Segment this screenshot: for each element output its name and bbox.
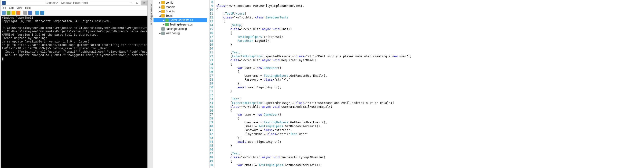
solution-explorer: ▶config ▶Models ▶Scripts ◢Tests ▶SaveUse…	[154, 0, 207, 168]
minimize-button[interactable]: —	[127, 0, 134, 5]
tree-label: config	[166, 1, 174, 4]
tree-folder-scripts[interactable]: ▶Scripts	[154, 9, 207, 14]
folder-icon	[161, 1, 165, 4]
menu-file[interactable]: File	[2, 6, 6, 9]
csharp-file-icon	[165, 18, 168, 22]
terminal-output[interactable]: Windows PowerShell Copyright (C) 2013 Mi…	[1, 16, 148, 168]
about-icon[interactable]	[40, 11, 44, 15]
app-icon	[2, 1, 6, 5]
tree-file-web-config[interactable]: ▶web.config	[154, 31, 207, 35]
menu-edit[interactable]: Edit	[9, 6, 14, 9]
tree-label: Tests	[166, 14, 172, 17]
line-number-gutter: 8910111213141516171819202122232425262728…	[210, 0, 215, 168]
window-title: Console2 - Windows PowerShell	[6, 1, 127, 5]
tree-label: Scripts	[166, 10, 175, 13]
copy-icon[interactable]	[6, 11, 10, 15]
tree-folder-models[interactable]: ▶Models	[154, 5, 207, 9]
close-button[interactable]: ✕	[140, 0, 148, 5]
menubar: File Edit View Help	[1, 5, 148, 10]
tree-label: web.config	[166, 32, 180, 35]
settings-icon[interactable]	[24, 11, 27, 15]
help-icon[interactable]	[35, 11, 39, 15]
new-tab-icon[interactable]	[2, 11, 6, 15]
fullscreen-icon[interactable]	[28, 11, 32, 15]
tree-file-saveusertests[interactable]: ▶SaveUserTests.cs	[154, 18, 207, 22]
menu-view[interactable]: View	[16, 6, 22, 9]
folder-icon	[161, 5, 165, 9]
console-toolbar	[1, 10, 148, 16]
tree-file-packages-config[interactable]: packages.config	[154, 27, 207, 31]
tree-label: Models	[166, 5, 175, 9]
titlebar[interactable]: Console2 - Windows PowerShell — ☐ ✕	[1, 0, 148, 5]
config-file-icon	[161, 27, 165, 31]
tree-folder-config[interactable]: ▶config	[154, 0, 207, 5]
maximize-button[interactable]: ☐	[134, 0, 140, 5]
performance-explorer-tab[interactable]: …ormance Explorer	[148, 0, 153, 168]
tree-folder-tests[interactable]: ◢Tests	[154, 14, 207, 18]
rename-icon[interactable]	[16, 11, 20, 15]
folder-icon	[161, 14, 165, 17]
tree-file-testinghelpers[interactable]: ▶TestingHelpers.cs	[154, 22, 207, 27]
config-file-icon	[161, 32, 165, 35]
toolbar-separator	[22, 11, 22, 15]
paste-icon[interactable]	[12, 11, 15, 15]
csharp-file-icon	[165, 23, 168, 26]
folder-icon	[161, 10, 165, 13]
console-window: Console2 - Windows PowerShell — ☐ ✕ File…	[0, 0, 148, 168]
menu-help[interactable]: Help	[25, 6, 31, 9]
tree-label: packages.config	[166, 27, 187, 31]
tree-label: TestingHelpers.cs	[170, 23, 193, 26]
tree-label: SaveUserTests.cs	[170, 18, 193, 22]
code-editor[interactable]: 8910111213141516171819202122232425262728…	[209, 0, 382, 168]
code-area[interactable]: class="kw">namespace ParseUnitySampleBac…	[215, 0, 412, 168]
